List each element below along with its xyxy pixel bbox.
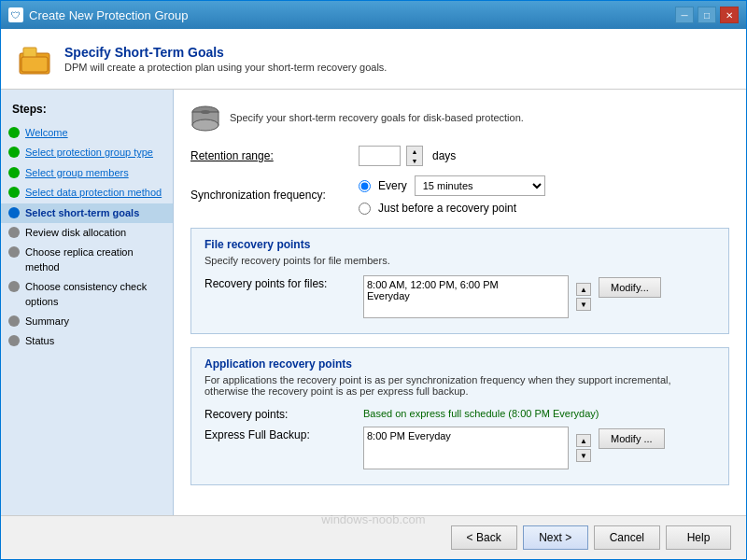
back-button[interactable]: < Back [451,525,517,550]
days-label: days [432,149,456,162]
sidebar-label-sdpm: Select data protection method [25,186,162,200]
retention-range-row: Retention range: 5 ▲ ▼ days [190,146,729,166]
sidebar-item-select-data-protection-method[interactable]: Select data protection method [1,183,173,203]
page-header: Specify Short-Term Goals DPM will create… [1,29,746,90]
disk-icon [190,103,220,133]
svg-point-5 [192,119,218,131]
minimize-button[interactable]: ─ [675,7,694,23]
step-dot-welcome [8,127,20,138]
just-before-radio-row: Just before a recovery point [359,202,545,215]
content-area: Steps: Welcome Select protection group t… [1,90,746,515]
step-dot-rda [8,227,20,238]
sidebar-label-crcm: Choose replica creation method [25,245,165,274]
express-full-backup-listbox[interactable]: 8:00 PM Everyday [363,427,569,469]
window-icon: 🛡 [8,7,23,22]
title-bar: 🛡 Create New Protection Group ─ □ ✕ [1,1,746,29]
title-bar-controls: ─ □ ✕ [675,7,739,23]
app-recovery-title: Application recovery points [204,357,715,371]
app-recovery-section: Application recovery points For applicat… [190,347,729,485]
sidebar-item-welcome[interactable]: Welcome [1,123,173,143]
close-button[interactable]: ✕ [720,7,739,23]
spin-down-button[interactable]: ▼ [407,156,422,165]
app-recovery-points-value: Based on express full schedule (8:00 PM … [363,406,599,419]
sync-frequency-row: Synchronization frequency: Every 5 minut… [190,175,729,215]
app-recovery-points-row: Recovery points: Based on express full s… [204,406,715,421]
sidebar-item-status: Status [1,331,173,351]
intro-row: Specify your short-term recovery goals f… [190,103,729,133]
sync-frequency-label: Synchronization frequency: [190,189,359,202]
header-text: Specify Short-Term Goals DPM will create… [64,45,387,73]
express-modify-button[interactable]: Modify ... [599,428,665,449]
express-full-backup-label: Express Full Backup: [204,427,354,441]
footer: < Back Next > Cancel Help [1,515,746,559]
spin-up-button[interactable]: ▲ [407,147,422,156]
file-modify-button[interactable]: Modify... [599,277,661,298]
file-recovery-list-group: 8:00 AM, 12:00 PM, 6:00 PM Everyday ▲ ▼ … [363,275,661,318]
file-recovery-value-line2: Everyday [367,290,565,301]
app-recovery-points-label: Recovery points: [204,406,354,421]
next-button[interactable]: Next > [523,525,588,550]
file-recovery-scroll-btns: ▲ ▼ [576,275,591,318]
file-scroll-up-button[interactable]: ▲ [576,283,591,296]
main-window: 🛡 Create New Protection Group ─ □ ✕ Spec… [0,0,747,560]
sidebar-item-select-protection-group-type[interactable]: Select protection group type [1,143,173,162]
file-recovery-row: Recovery points for files: 8:00 AM, 12:0… [204,275,715,318]
sidebar-label-spgt: Select protection group type [25,146,153,160]
svg-point-6 [201,110,210,114]
sidebar-label-rda: Review disk allocation [25,226,126,240]
step-dot-crcm [8,246,20,258]
title-bar-left: 🛡 Create New Protection Group [8,7,189,22]
file-recovery-listbox[interactable]: 8:00 AM, 12:00 PM, 6:00 PM Everyday [363,275,569,318]
maximize-button[interactable]: □ [698,7,716,23]
step-dot-sdpm [8,187,20,198]
cancel-button[interactable]: Cancel [594,525,660,550]
file-recovery-label: Recovery points for files: [204,275,354,290]
file-recovery-section: File recovery points Specify recovery po… [190,228,729,334]
sidebar-label-status: Status [25,334,54,348]
step-dot-sgm [8,167,20,178]
header-description: DPM will create a protection plan using … [64,62,387,73]
help-button[interactable]: Help [666,525,731,550]
sidebar-label-sgm: Select group members [25,166,129,180]
sync-radio-group: Every 5 minutes 15 minutes 30 minutes 1 … [359,175,545,215]
spinner-buttons: ▲ ▼ [406,146,423,166]
file-recovery-description: Specify recovery points for file members… [204,255,715,266]
sidebar-label-sstg: Select short-term goals [25,206,139,220]
sidebar-item-select-short-term-goals: Select short-term goals [1,203,173,223]
just-before-radio[interactable] [359,203,371,215]
retention-input[interactable]: 5 [359,146,401,166]
express-full-backup-value: 8:00 PM Everyday [367,430,565,441]
every-dropdown[interactable]: 5 minutes 15 minutes 30 minutes 1 hour 2… [415,175,545,196]
main-content: Specify your short-term recovery goals f… [174,90,746,515]
every-radio[interactable] [359,180,371,192]
intro-text: Specify your short-term recovery goals f… [230,112,524,123]
retention-spinner-group: 5 ▲ ▼ days [359,146,456,166]
file-scroll-down-button[interactable]: ▼ [576,298,591,311]
app-recovery-description: For applications the recovery point is a… [204,374,715,397]
express-scroll-down-button[interactable]: ▼ [576,449,591,462]
sidebar-item-select-group-members[interactable]: Select group members [1,163,173,183]
step-dot-ccco [8,281,20,292]
retention-range-label: Retention range: [190,149,359,162]
sidebar: Steps: Welcome Select protection group t… [1,90,174,515]
svg-rect-2 [21,57,48,72]
file-recovery-title: File recovery points [204,238,715,251]
express-scroll-up-button[interactable]: ▲ [576,434,591,447]
sidebar-item-summary: Summary [1,312,173,331]
step-dot-summary [8,315,20,327]
just-before-label: Just before a recovery point [378,202,516,215]
express-full-backup-list-group: 8:00 PM Everyday ▲ ▼ Modify ... [363,427,665,469]
step-dot-spgt [8,147,20,158]
sidebar-label-welcome: Welcome [25,126,68,140]
sidebar-label-summary: Summary [25,315,69,329]
steps-label: Steps: [1,99,173,123]
header-icon [16,40,53,77]
sidebar-item-choose-consistency-check-options: Choose consistency check options [1,277,173,312]
express-full-backup-row: Express Full Backup: 8:00 PM Everyday ▲ … [204,427,715,469]
window-title: Create New Protection Group [29,8,189,22]
express-full-scroll-btns: ▲ ▼ [576,427,591,469]
sidebar-label-ccco: Choose consistency check options [25,280,165,309]
every-label: Every [378,179,407,192]
sidebar-item-review-disk-allocation: Review disk allocation [1,223,173,243]
step-dot-sstg [8,207,20,218]
